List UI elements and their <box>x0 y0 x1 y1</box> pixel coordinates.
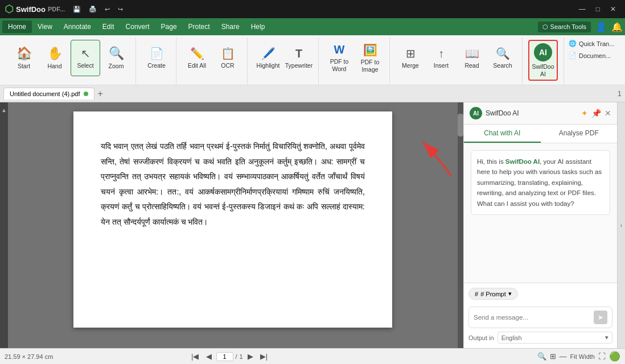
merge-label: Merge <box>402 62 419 69</box>
ribbon: 🏠 Start ✋ Hand ↖ Select 🔍 Zoom 📄 Create <box>0 35 625 85</box>
hand-button[interactable]: ✋ Hand <box>40 40 69 76</box>
zoom-button[interactable]: 🔍 Zoom <box>101 40 131 76</box>
search-tools-icon: ⬡ <box>542 23 548 31</box>
zoom-out-button[interactable]: 🔍 <box>537 352 546 361</box>
ai-avatar: AI <box>470 107 482 119</box>
menu-item-share[interactable]: Share <box>216 20 245 33</box>
read-button[interactable]: 📖 Read <box>457 40 487 76</box>
ocr-button[interactable]: 📋 OCR <box>213 40 242 76</box>
left-panel-toggle[interactable]: ▲ <box>0 102 8 348</box>
total-pages: 1 <box>240 353 243 360</box>
select-button[interactable]: ↖ Select <box>71 40 100 76</box>
bell-icon[interactable]: 🔔 <box>611 22 623 32</box>
pdf-page: यदि भवान् एतत् लेखं पठति तर्हि भवान् प्र… <box>73 111 392 328</box>
search-tools-badge[interactable]: ⬡ Search Tools <box>538 22 591 32</box>
pdf-to-word-button[interactable]: W PDF to Word <box>324 40 354 76</box>
current-page-input[interactable] <box>216 352 233 361</box>
pdf-area: यदि भवान् एतत् लेखं पठति तर्हि भवान् प्र… <box>8 102 458 348</box>
highlight-button[interactable]: 🖊️ Highlight <box>253 40 283 76</box>
fullscreen-button[interactable]: ⛶ <box>598 352 606 361</box>
search-tools-label: Search Tools <box>550 23 586 30</box>
output-language-select[interactable]: English ▾ <box>497 332 612 344</box>
quick-panel: 🌐 Quick Tran... 📄 Documen... <box>564 38 619 85</box>
prev-page-button[interactable]: ◀ <box>204 351 214 362</box>
page-count: 1 <box>618 89 622 98</box>
swifdoo-ai-button[interactable]: AI SwifDoo AI <box>528 40 558 81</box>
highlight-label: Highlight <box>257 62 280 69</box>
page-dimensions: 21.59 × 27.94 cm <box>5 353 53 360</box>
minimize-button[interactable]: — <box>574 3 590 15</box>
typewriter-icon: T <box>295 47 302 60</box>
vertical-scrollbar[interactable] <box>458 102 463 348</box>
document-button[interactable]: 📄 Documen... <box>566 49 616 61</box>
chat-with-ai-tab[interactable]: Chat with AI <box>464 125 541 143</box>
ai-message-input[interactable] <box>474 314 591 321</box>
close-button[interactable]: ✕ <box>606 3 620 15</box>
menu-item-convert[interactable]: Convert <box>120 20 155 33</box>
menu-item-page[interactable]: Page <box>155 20 183 33</box>
prompt-label: # Prompt <box>480 291 506 297</box>
save-button[interactable]: 💾 <box>69 5 84 14</box>
edit-all-button[interactable]: ✏️ Edit All <box>182 40 212 76</box>
sparkle-icon[interactable]: ✦ <box>581 109 588 118</box>
zoom-in-button[interactable]: — <box>560 352 567 361</box>
tab-bar: Untitled document (4).pdf + 1 <box>0 85 625 102</box>
view-mode-button[interactable]: ⊞ <box>550 352 556 361</box>
search-label: Search <box>493 62 512 69</box>
swifdoo-ai-label: SwifDoo AI <box>531 63 556 77</box>
merge-button[interactable]: ⊞ Merge <box>396 40 425 76</box>
search-button[interactable]: 🔍 Search <box>488 40 517 76</box>
title-bar: ⬡ SwifDoo PDF... 💾 🖨️ ↩ ↪ — □ ✕ <box>0 0 625 18</box>
user-icon[interactable]: 👤 <box>595 22 607 32</box>
search-icon: 🔍 <box>496 47 510 60</box>
right-panel-toggle[interactable]: › <box>617 102 625 348</box>
typewriter-button[interactable]: T Typewriter <box>284 40 314 76</box>
tools-buttons: ⊞ Merge ↑ Insert 📖 Read 🔍 Search <box>396 38 517 85</box>
ai-messages: Hi, this is SwifDoo AI, your AI assistan… <box>464 143 617 283</box>
pin-icon[interactable]: 📌 <box>591 109 601 118</box>
app-logo: ⬡ SwifDoo PDF... <box>5 3 65 15</box>
status-bar: 21.59 × 27.94 cm |◀ ◀ / 1 ▶ ▶| 🔍 ⊞ — Fit… <box>0 348 625 364</box>
menu-item-edit[interactable]: Edit <box>97 20 120 33</box>
menu-item-annotate[interactable]: Annotate <box>58 20 97 33</box>
redo-button[interactable]: ↪ <box>114 5 126 14</box>
start-icon: 🏠 <box>17 46 32 61</box>
menu-item-protect[interactable]: Protect <box>183 20 216 33</box>
undo-button[interactable]: ↩ <box>101 5 113 14</box>
app-name: SwifDoo <box>16 5 46 14</box>
document-tab[interactable]: Untitled document (4).pdf <box>3 88 94 100</box>
menu-item-help[interactable]: Help <box>245 20 271 33</box>
close-ai-button[interactable]: ✕ <box>605 109 611 118</box>
ai-panel-title: SwifDoo AI <box>486 109 578 117</box>
prompt-button[interactable]: # # Prompt ▾ <box>468 288 518 300</box>
pdf-to-image-button[interactable]: 🖼️ PDF to Image <box>355 40 385 76</box>
insert-button[interactable]: ↑ Insert <box>426 40 456 76</box>
next-page-button[interactable]: ▶ <box>245 351 256 362</box>
start-button[interactable]: 🏠 Start <box>9 40 39 76</box>
ai-send-button[interactable]: ➤ <box>594 311 607 324</box>
maximize-button[interactable]: □ <box>591 3 605 15</box>
menu-item-view[interactable]: View <box>32 20 58 33</box>
hand-icon: ✋ <box>47 46 63 61</box>
ribbon-group-tools: ⊞ Merge ↑ Insert 📖 Read 🔍 Search <box>391 38 523 85</box>
print-button[interactable]: 🖨️ <box>85 5 100 14</box>
quick-translate-button[interactable]: 🌐 Quick Tran... <box>566 38 616 49</box>
create-button[interactable]: 📄 Create <box>142 40 171 76</box>
document-label: Documen... <box>579 52 611 59</box>
ai-panel-icons: ✦ 📌 ✕ <box>581 109 611 118</box>
first-page-button[interactable]: |◀ <box>189 351 201 362</box>
pdf-to-word-label: PDF to Word <box>326 58 353 72</box>
menu-item-home[interactable]: Home <box>2 20 32 33</box>
ribbon-group-convert: W PDF to Word 🖼️ PDF to Image <box>320 38 390 85</box>
title-bar-nav: 💾 🖨️ ↩ ↪ <box>69 5 126 14</box>
last-page-button[interactable]: ▶| <box>258 351 270 362</box>
edit-all-icon: ✏️ <box>190 47 204 60</box>
hash-icon: # <box>475 291 478 297</box>
zoom-icon: 🔍 <box>109 46 124 61</box>
doc-tab-label: Untitled document (4).pdf <box>10 90 80 97</box>
convert-buttons: W PDF to Word 🖼️ PDF to Image <box>324 38 385 85</box>
analyse-pdf-tab[interactable]: Analyse PDF <box>541 125 618 143</box>
page-count-badge: 1 <box>618 89 622 98</box>
add-tab-button[interactable]: + <box>94 89 106 99</box>
scrollbar-thumb[interactable] <box>458 114 463 136</box>
